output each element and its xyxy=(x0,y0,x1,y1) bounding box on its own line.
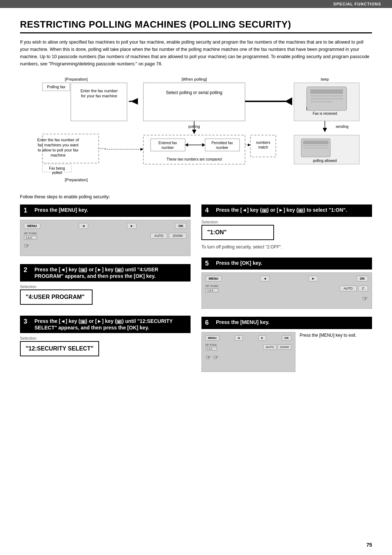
step-1-header: 1 Press the [MENU] key. xyxy=(20,204,191,217)
svg-text:Entered fax: Entered fax xyxy=(158,141,177,145)
svg-text:number: number xyxy=(216,146,229,150)
svg-rect-47 xyxy=(303,145,328,146)
svg-text:match: match xyxy=(258,145,268,149)
step-2-selection-label: Selection xyxy=(20,284,191,289)
svg-text:sending: sending xyxy=(336,125,348,129)
step-5: 5 Press the [OK] key. MENU ◄ ► OK SP. FU… xyxy=(201,258,372,309)
intro-paragraph: If you wish to allow only specified fax … xyxy=(20,39,372,68)
svg-rect-37 xyxy=(310,101,332,102)
svg-rect-9 xyxy=(143,83,245,121)
svg-rect-34 xyxy=(310,89,343,94)
step-6: 6 Press the [MENU] key. MENU ◄ ► OK xyxy=(201,317,372,372)
step-6-header: 6 Press the [MENU] key. xyxy=(201,317,372,329)
svg-marker-29 xyxy=(248,143,250,146)
svg-text:Permitted fax: Permitted fax xyxy=(212,141,233,145)
svg-text:beep: beep xyxy=(321,77,329,81)
step-6-note: Press the [MENU] key to exit. xyxy=(300,332,372,339)
svg-text:fax machines you want: fax machines you want xyxy=(38,143,78,147)
svg-text:[Preparation]: [Preparation] xyxy=(65,77,88,81)
svg-marker-61 xyxy=(140,148,143,151)
svg-marker-12 xyxy=(192,130,196,134)
step-4-selection-label: Selection xyxy=(201,220,372,224)
step-6-content: MENU ◄ ► OK SP. FUNC 1,2,3.. AUTO xyxy=(201,332,372,372)
step-3: 3 Press the [◄] key (◄) or [►] key (►) u… xyxy=(20,316,191,359)
svg-text:[Preparation]: [Preparation] xyxy=(65,178,88,182)
svg-text:Fax being: Fax being xyxy=(49,166,65,170)
step-2-number: 2 xyxy=(24,266,32,274)
top-bar: SPECIAL FUNCTIONS xyxy=(0,0,392,8)
step-1-title: Press the [MENU] key. xyxy=(34,207,88,213)
svg-text:Enter the fax number: Enter the fax number xyxy=(81,89,118,93)
step-3-selection-value: "12:SECURITY SELECT" xyxy=(20,341,99,356)
step-4-number: 4 xyxy=(205,207,213,215)
step-5-number: 5 xyxy=(205,260,213,268)
svg-text:Polling fax: Polling fax xyxy=(47,85,66,89)
page-title: RESTRICTING POLLING MACHINES (POLLING SE… xyxy=(20,19,372,33)
svg-text:Enter the fax number of: Enter the fax number of xyxy=(37,138,79,142)
step-5-title: Press the [OK] key. xyxy=(216,260,262,266)
steps-right: 4 Press the [◄] key (◄) or [►] key (►) t… xyxy=(201,204,372,380)
step-6-title: Press the [MENU] key. xyxy=(216,319,270,325)
steps-container: 1 Press the [MENU] key. MENU ◄ ► OK SP. … xyxy=(20,204,372,380)
svg-rect-46 xyxy=(303,141,328,144)
step-1-number: 1 xyxy=(24,207,32,215)
svg-text:polling allowed: polling allowed xyxy=(313,159,337,163)
page-content: RESTRICTING POLLING MACHINES (POLLING SE… xyxy=(0,8,392,394)
svg-text:numbers: numbers xyxy=(256,141,270,145)
svg-text:[When polling]: [When polling] xyxy=(181,77,207,81)
step-4: 4 Press the [◄] key (◄) or [►] key (►) t… xyxy=(201,204,372,250)
step-2: 2 Press the [◄] key (◄) or [►] key (►) u… xyxy=(20,264,191,308)
svg-text:Select polling or serial polli: Select polling or serial polling xyxy=(166,90,222,95)
step-2-header: 2 Press the [◄] key (◄) or [►] key (►) u… xyxy=(20,264,191,281)
svg-text:for your fax machine: for your fax machine xyxy=(81,94,117,98)
step-3-number: 3 xyxy=(24,318,32,326)
svg-marker-42 xyxy=(323,128,327,132)
diagram: [Preparation] Polling fax Enter the fax … xyxy=(20,74,372,188)
svg-rect-36 xyxy=(310,98,343,100)
steps-left: 1 Press the [MENU] key. MENU ◄ ► OK SP. … xyxy=(20,204,191,380)
step-5-image: MENU ◄ ► OK SP. FUNC 1,2,3.. AUTO Z xyxy=(201,272,372,309)
step-4-selection-value: "1:ON" xyxy=(201,225,274,240)
step-2-selection-value: "4:USER PROGRAM" xyxy=(20,289,93,305)
step-4-note: To turn off polling security, select "2:… xyxy=(201,244,372,250)
svg-text:polling: polling xyxy=(188,124,200,129)
page-number: 75 xyxy=(366,542,372,548)
step-4-header: 4 Press the [◄] key (◄) or [►] key (►) t… xyxy=(201,204,372,217)
step-3-selection-label: Selection xyxy=(20,336,191,340)
step-1-image: MENU ◄ ► OK SP. FUNC 1,2,3.. AUTO ZOOM xyxy=(20,220,191,256)
svg-text:to allow to poll your fax: to allow to poll your fax xyxy=(38,148,78,152)
step-3-header: 3 Press the [◄] key (◄) or [►] key (►) u… xyxy=(20,316,191,333)
svg-rect-48 xyxy=(303,147,328,149)
svg-text:polled: polled xyxy=(52,171,62,175)
step-6-image: MENU ◄ ► OK SP. FUNC 1,2,3.. AUTO xyxy=(201,332,295,372)
step-3-title: Press the [◄] key (◄) or [►] key (►) unt… xyxy=(34,318,187,331)
step-5-header: 5 Press the [OK] key. xyxy=(201,258,372,270)
svg-text:These two numbers are compared: These two numbers are compared xyxy=(167,157,222,161)
svg-text:Fax is received: Fax is received xyxy=(313,112,337,116)
svg-rect-35 xyxy=(310,95,343,97)
svg-text:machine: machine xyxy=(50,153,66,157)
section-title: SPECIAL FUNCTIONS xyxy=(333,2,381,6)
step-1: 1 Press the [MENU] key. MENU ◄ ► OK SP. … xyxy=(20,204,191,256)
step-6-number: 6 xyxy=(205,319,213,327)
follow-steps-text: Follow these steps to enable polling sec… xyxy=(20,194,372,199)
step-2-title: Press the [◄] key (◄) or [►] key (►) unt… xyxy=(34,266,187,279)
step-4-title: Press the [◄] key (◄) or [►] key (►) to … xyxy=(216,207,347,213)
svg-text:number: number xyxy=(162,146,174,150)
